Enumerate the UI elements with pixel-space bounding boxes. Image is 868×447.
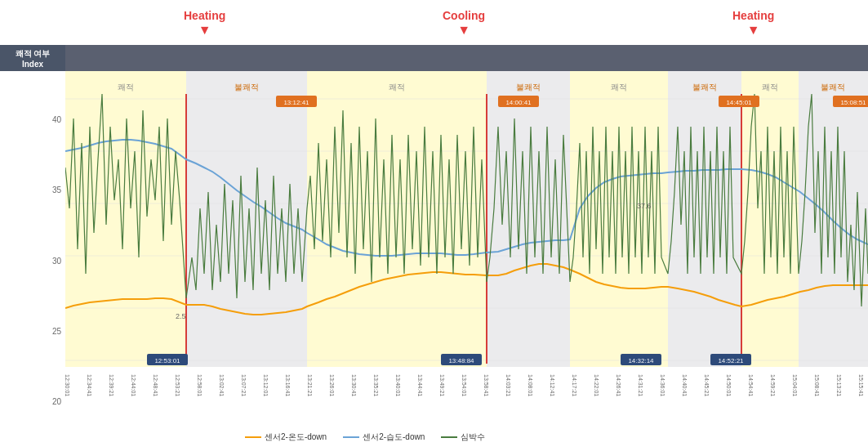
svg-text:13:54:01: 13:54:01: [461, 374, 467, 396]
svg-text:15:13:21: 15:13:21: [836, 374, 842, 396]
zone-6-uncomfortable: [668, 71, 741, 367]
chart-legend: 센서2-온도-down 센서2-습도-down 심박수: [245, 431, 485, 443]
zone-1-comfortable: [65, 71, 186, 367]
badge-orange-1: 13:12:41: [283, 99, 309, 106]
status-4: 불쾌적: [516, 83, 541, 92]
badge-time-4: 14:52:21: [718, 357, 744, 364]
comfort-label: 쾌적 여부: [16, 48, 51, 60]
svg-text:14:36:01: 14:36:01: [660, 374, 665, 396]
annotation-cooling-arrow: ▼: [443, 23, 485, 38]
annotation-heating-1-arrow: ▼: [184, 23, 225, 38]
svg-text:14:54:41: 14:54:41: [748, 374, 754, 396]
val-2-5: 2.5: [176, 312, 186, 320]
legend-line-temp: [245, 436, 261, 438]
legend-label-temp: 센서2-온도-down: [265, 431, 327, 443]
index-label: 쾌적 여부 Index: [0, 45, 65, 71]
svg-text:12:30:01: 12:30:01: [65, 374, 70, 396]
annotation-heating-2: Heating ▼: [732, 8, 774, 38]
svg-text:14:17:21: 14:17:21: [572, 374, 577, 396]
annotation-cooling: Cooling ▼: [443, 8, 485, 38]
legend-item-heartrate: 심박수: [441, 431, 485, 443]
svg-text:12:53:21: 12:53:21: [175, 374, 180, 396]
svg-text:14:59:21: 14:59:21: [770, 374, 776, 396]
legend-item-temp: 센서2-온도-down: [245, 431, 327, 443]
svg-text:13:26:01: 13:26:01: [329, 374, 335, 396]
legend-item-humidity: 센서2-습도-down: [343, 431, 425, 443]
svg-text:13:07:21: 13:07:21: [241, 374, 247, 396]
header-row: 쾌적 여부 Index: [0, 45, 868, 71]
y-label-30: 30: [52, 257, 61, 266]
svg-text:15:08:41: 15:08:41: [814, 374, 820, 396]
svg-text:14:03:21: 14:03:21: [505, 374, 511, 396]
svg-text:14:12:41: 14:12:41: [550, 374, 555, 396]
status-7: 쾌적: [762, 83, 778, 92]
svg-text:12:48:41: 12:48:41: [153, 374, 158, 396]
zone-3-comfortable: [307, 71, 487, 367]
index-cells: [65, 45, 868, 71]
status-3: 쾌적: [389, 83, 405, 92]
svg-text:14:50:01: 14:50:01: [726, 374, 732, 396]
annotation-heating-2-text: Heating: [732, 9, 774, 22]
svg-text:12:58:01: 12:58:01: [197, 374, 203, 396]
svg-text:15:04:01: 15:04:01: [792, 374, 798, 396]
svg-text:13:40:01: 13:40:01: [395, 374, 401, 396]
status-2: 불쾌적: [234, 83, 259, 92]
badge-time-1: 12:53:01: [154, 357, 180, 364]
annotation-heating-1: Heating ▼: [184, 8, 225, 38]
badge-orange-3: 14:45:01: [726, 99, 752, 106]
main-chart-svg: 1 2 3 4 1 2 3 4 쾌적 불쾌적 쾌적 불쾌적 쾌적 불쾌적 쾌적 …: [65, 45, 868, 406]
badge-time-3: 14:32:14: [628, 357, 654, 364]
annotation-heating-2-arrow: ▼: [732, 23, 774, 38]
svg-text:15:15:41: 15:15:41: [858, 374, 864, 396]
svg-text:13:49:21: 13:49:21: [439, 374, 445, 396]
status-1: 쾌적: [118, 83, 134, 92]
legend-line-heartrate: [441, 436, 457, 438]
status-6: 불쾌적: [692, 83, 717, 92]
badge-orange-4: 15:08:51: [840, 99, 866, 106]
svg-text:13:12:01: 13:12:01: [263, 374, 269, 396]
badge-time-2: 13:48:84: [448, 357, 474, 364]
svg-text:13:16:41: 13:16:41: [285, 374, 291, 396]
svg-text:14:45:21: 14:45:21: [704, 374, 710, 396]
svg-text:13:58:41: 13:58:41: [483, 374, 489, 396]
status-5: 쾌적: [611, 83, 627, 92]
svg-text:12:39:21: 12:39:21: [109, 374, 114, 396]
svg-text:14:40:41: 14:40:41: [682, 374, 688, 396]
annotation-cooling-text: Cooling: [443, 9, 485, 22]
svg-text:14:08:01: 14:08:01: [527, 374, 533, 396]
x-axis-group: 12:30:01 12:34:41 12:39:21 12:44:01 12:4…: [65, 374, 864, 396]
svg-text:13:35:21: 13:35:21: [373, 374, 379, 396]
y-label-40: 40: [52, 115, 61, 124]
legend-line-humidity: [343, 436, 359, 438]
svg-text:14:31:21: 14:31:21: [638, 374, 643, 396]
svg-text:14:22:01: 14:22:01: [594, 374, 599, 396]
val-37-6: 37.6: [637, 202, 652, 210]
y-label-35: 35: [52, 186, 61, 194]
svg-text:13:44:41: 13:44:41: [417, 374, 423, 396]
y-label-20: 20: [52, 397, 61, 406]
svg-text:14:26:41: 14:26:41: [616, 374, 621, 396]
svg-text:13:30:41: 13:30:41: [351, 374, 357, 396]
svg-text:13:02:41: 13:02:41: [219, 374, 225, 396]
status-8: 불쾌적: [821, 83, 845, 92]
chart-container: Heating ▼ Cooling ▼ Heating ▼ 쾌적 여부 Inde…: [0, 0, 868, 447]
annotation-heating-1-text: Heating: [184, 9, 225, 22]
badge-orange-2: 14:00:41: [505, 99, 532, 106]
svg-text:12:34:41: 12:34:41: [87, 374, 92, 396]
y-axis: 45 40 35 30 25 20: [0, 45, 65, 406]
index-sublabel: Index: [22, 60, 43, 69]
svg-text:12:44:01: 12:44:01: [131, 374, 136, 396]
y-label-25: 25: [52, 327, 61, 336]
legend-label-humidity: 센서2-습도-down: [363, 431, 425, 443]
legend-label-heartrate: 심박수: [461, 431, 485, 443]
svg-text:13:21:21: 13:21:21: [307, 374, 313, 396]
